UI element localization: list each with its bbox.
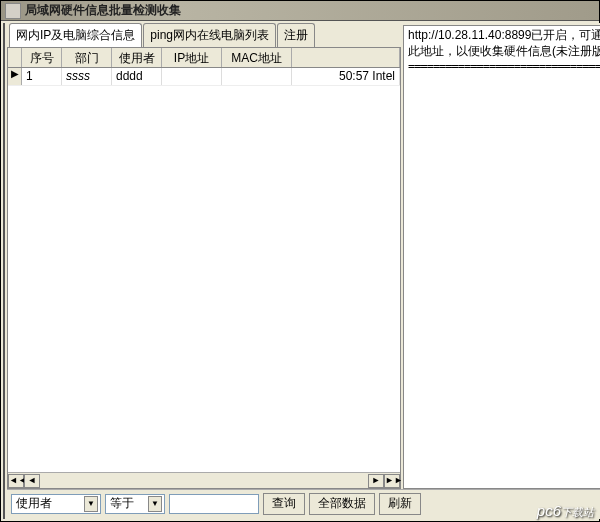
chevron-down-icon[interactable]: ▼ — [148, 496, 162, 512]
scroll-right-step-icon[interactable]: ► — [368, 474, 384, 488]
log-box[interactable]: http://10.28.11.40:8899已开启，可通知员工用IE访问此地址… — [403, 25, 600, 489]
field-combo[interactable]: 使用者 ▼ — [11, 494, 101, 514]
content-area: 网内IP及电脑综合信息 ping网内在线电脑列表 注册 序号 部门 使用者 IP… — [5, 23, 600, 519]
operator-combo[interactable]: 等于 ▼ — [105, 494, 165, 514]
col-indicator — [8, 48, 22, 67]
main-split: 网内IP及电脑综合信息 ping网内在线电脑列表 注册 序号 部门 使用者 IP… — [7, 25, 600, 489]
cell-ip[interactable] — [162, 68, 222, 85]
tab-ip-info[interactable]: 网内IP及电脑综合信息 — [9, 23, 142, 47]
app-icon — [5, 3, 21, 19]
tabs-row: 网内IP及电脑综合信息 ping网内在线电脑列表 注册 — [7, 25, 401, 47]
cell-user[interactable]: dddd — [112, 68, 162, 85]
col-ip[interactable]: IP地址 — [162, 48, 222, 67]
col-ext[interactable] — [292, 48, 400, 67]
left-panel: 网内IP及电脑综合信息 ping网内在线电脑列表 注册 序号 部门 使用者 IP… — [7, 25, 401, 489]
horizontal-scrollbar[interactable]: ◄◄ ◄ ► ►► — [8, 472, 400, 488]
refresh-button[interactable]: 刷新 — [379, 493, 421, 515]
tab-register[interactable]: 注册 — [277, 23, 315, 47]
operator-combo-value: 等于 — [110, 495, 134, 512]
table-row[interactable]: ▶ 1 ssss dddd 50:57 Intel — [8, 68, 400, 86]
bottom-toolbar: 使用者 ▼ 等于 ▼ 查询 全部数据 刷新 — [7, 489, 600, 517]
col-user[interactable]: 使用者 — [112, 48, 162, 67]
search-value-input[interactable] — [169, 494, 259, 514]
data-grid[interactable]: 序号 部门 使用者 IP地址 MAC地址 ▶ 1 ssss — [7, 47, 401, 489]
col-dept[interactable]: 部门 — [62, 48, 112, 67]
tab-ping-list[interactable]: ping网内在线电脑列表 — [143, 23, 276, 47]
alldata-button[interactable]: 全部数据 — [309, 493, 375, 515]
cell-ext[interactable]: 50:57 Intel — [292, 68, 400, 85]
scroll-left-icon[interactable]: ◄◄ — [8, 474, 24, 488]
cell-dept[interactable]: ssss — [62, 68, 112, 85]
row-indicator-icon: ▶ — [8, 68, 22, 85]
window-title: 局域网硬件信息批量检测收集 — [25, 2, 181, 19]
cell-mac[interactable] — [222, 68, 292, 85]
main-window: 局域网硬件信息批量检测收集 网内IP及电脑综合信息 ping网内在线电脑列表 注… — [0, 0, 600, 522]
chevron-down-icon[interactable]: ▼ — [84, 496, 98, 512]
log-line: http://10.28.11.40:8899已开启，可通知员工用IE访问此地址… — [408, 28, 600, 59]
scroll-right-icon[interactable]: ►► — [384, 474, 400, 488]
col-mac[interactable]: MAC地址 — [222, 48, 292, 67]
cell-seq[interactable]: 1 — [22, 68, 62, 85]
col-seq[interactable]: 序号 — [22, 48, 62, 67]
scroll-left-step-icon[interactable]: ◄ — [24, 474, 40, 488]
field-combo-value: 使用者 — [16, 495, 52, 512]
grid-header: 序号 部门 使用者 IP地址 MAC地址 — [8, 48, 400, 68]
log-separator: ========================================… — [408, 59, 600, 73]
outer-frame: 网内IP及电脑综合信息 ping网内在线电脑列表 注册 序号 部门 使用者 IP… — [1, 21, 599, 521]
grid-body[interactable]: ▶ 1 ssss dddd 50:57 Intel — [8, 68, 400, 472]
title-bar[interactable]: 局域网硬件信息批量检测收集 — [1, 1, 599, 21]
right-panel: http://10.28.11.40:8899已开启，可通知员工用IE访问此地址… — [403, 25, 600, 489]
query-button[interactable]: 查询 — [263, 493, 305, 515]
